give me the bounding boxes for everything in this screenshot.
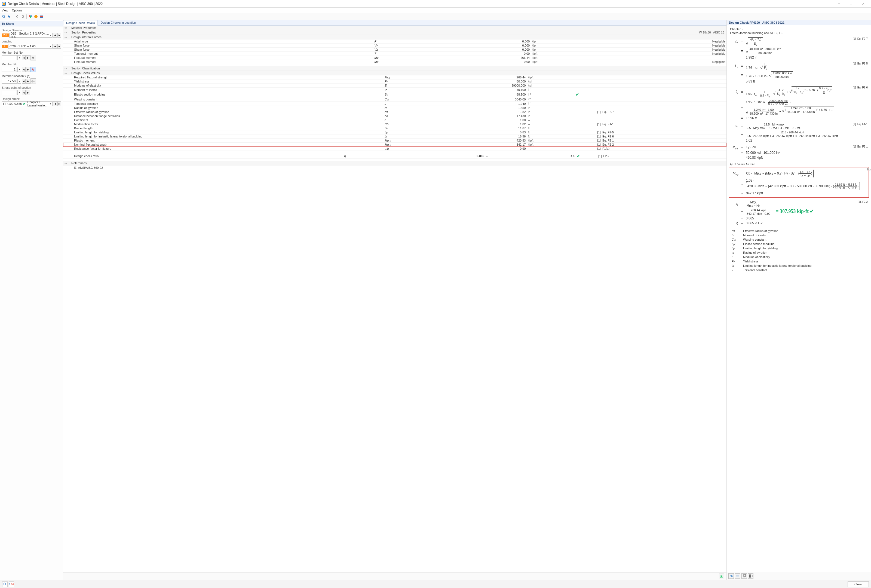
right-toolbar: ab ▾	[727, 572, 871, 580]
stress-point-input[interactable]	[1, 90, 17, 95]
svg-point-7	[3, 15, 4, 17]
copy-icon[interactable]	[741, 573, 747, 579]
memberset-pick-icon[interactable]	[30, 55, 36, 60]
maximize-button[interactable]	[845, 0, 857, 7]
stress-point-label: Stress point of section	[1, 86, 61, 89]
member-no-dropdown[interactable]: ▾	[17, 67, 21, 72]
loading-next-button[interactable]: ▶	[57, 44, 61, 49]
memberloc-mode-icon[interactable]: x|xd	[30, 78, 36, 84]
tab-design-check-details[interactable]: Design Check Details	[63, 20, 98, 25]
check-ok-icon: ✔	[23, 102, 26, 106]
member-no-label: Member No.	[1, 63, 61, 66]
memberloc-prev-button[interactable]: ◀	[22, 79, 25, 84]
colors-icon[interactable]	[28, 14, 33, 19]
status-units-icon[interactable]: 0,00	[9, 582, 14, 587]
loading-prev-button[interactable]: ◀	[53, 44, 57, 49]
ratio-table: Design check ratio η 0.865 -- ≤ 1 ✔ [1],…	[63, 154, 726, 159]
memberno-next-button[interactable]: ▶	[26, 67, 30, 72]
close-dialog-button[interactable]: Close	[848, 582, 869, 587]
close-button[interactable]	[857, 0, 870, 7]
menu-bar: View Options	[0, 7, 871, 13]
memberno-prev-button[interactable]: ◀	[22, 67, 25, 72]
stress-next-button[interactable]: ▶	[26, 90, 30, 95]
print-icon[interactable]: ▾	[748, 573, 753, 579]
toggle-list-icon[interactable]	[735, 573, 740, 579]
ds-prev-button[interactable]: ◀	[53, 33, 57, 37]
memberset-prev-button[interactable]: ◀	[22, 55, 25, 60]
design-situation-select[interactable]: DS2 - Section 2.3 (LRFD), 1. to 5.▾	[9, 33, 52, 37]
svg-rect-17	[40, 16, 43, 17]
collapse-icon[interactable]: ▭	[64, 72, 67, 74]
member-set-input[interactable]	[1, 55, 17, 60]
expand-icon[interactable]: ▭	[64, 26, 67, 29]
ds-next-button[interactable]: ▶	[57, 33, 61, 37]
tab-design-checks-in-location[interactable]: Design Checks in Location	[98, 20, 139, 25]
equation-lp: [1], Eq. F2-5 Lp= 1.76 · rz · EFy = 1.76…	[730, 62, 868, 83]
memberno-pick-icon[interactable]	[30, 67, 36, 72]
next-section-icon[interactable]	[20, 14, 25, 19]
main-toolbar: i	[0, 13, 871, 20]
member-set-dropdown[interactable]: ▾	[17, 55, 21, 60]
window-title: Design Check Details | Members | Steel D…	[7, 2, 833, 6]
stress-point-dropdown[interactable]: ▾	[17, 90, 21, 95]
group-design-check-values[interactable]: ▭ Design Check Values	[63, 71, 726, 75]
subtitle-label: Lateral-torsional buckling acc. to F2, F…	[730, 31, 868, 34]
toggle-symbols-icon[interactable]: ab	[728, 573, 734, 579]
svg-rect-29	[749, 576, 751, 578]
center-panel: Design Check Details Design Checks in Lo…	[63, 20, 727, 580]
svg-text:ab: ab	[730, 575, 733, 578]
menu-options[interactable]: Options	[12, 9, 22, 12]
loading-select[interactable]: CO6 - 1.20D + 1.60L▾	[8, 44, 52, 49]
symbol-glossary: rtsEffective radius of gyrationIzMoment …	[730, 228, 813, 272]
menu-view[interactable]: View	[1, 9, 8, 12]
equation-eta: [1], F2.2 η= Mr,yMn,y · Φb = 266.44 kipf…	[730, 200, 868, 225]
svg-point-13	[30, 16, 31, 18]
collapse-icon[interactable]: ▭	[64, 36, 67, 38]
chapter-label: Chapter F	[730, 27, 868, 31]
footer: 0,00 Close	[0, 580, 871, 588]
center-tabs: Design Check Details Design Checks in Lo…	[63, 20, 726, 25]
reference-item: [1] ANSI/AISC 360-22	[63, 166, 726, 170]
equation-cb: [1], Eq. F1-1 Cb= 12.5 · Mr,y,max2.5 · M…	[730, 123, 868, 142]
equation-lr: [1], Eq. F2-6 Lr= 1.95 · rts · E0.7 · Fy…	[730, 86, 868, 120]
svg-point-30	[3, 583, 6, 585]
member-set-label: Member Set No.	[1, 51, 61, 54]
member-no-input[interactable]	[1, 67, 17, 72]
member-loc-dropdown[interactable]: ▾	[17, 79, 21, 84]
group-section-properties[interactable]: ▭ Section Properties W 18x50 | AISC 16	[63, 30, 726, 35]
expand-icon[interactable]: ▭	[64, 31, 67, 34]
stress-prev-button[interactable]: ◀	[22, 90, 25, 95]
export-icon[interactable]	[719, 574, 724, 579]
memberset-next-button[interactable]: ▶	[26, 55, 30, 60]
svg-text:i: i	[36, 15, 36, 18]
zoom-icon[interactable]	[1, 14, 6, 19]
svg-rect-28	[749, 575, 751, 576]
equation-mny-highlighted: [1], Eq. F2-2 Mn,y= Cb · Mp,y − (Mp,y − …	[729, 167, 869, 197]
loading-badge: 2	[1, 45, 7, 48]
dc-prev-button[interactable]: ◀	[53, 101, 57, 106]
svg-line-31	[6, 585, 6, 585]
design-check-select[interactable]: FF4100 0.865 ✔ Chapter F | Lateral-torsi…	[1, 101, 52, 106]
svg-rect-25	[743, 575, 745, 577]
section-name: W 18x50 | AISC 16	[699, 31, 726, 34]
minimize-button[interactable]	[833, 0, 845, 7]
select-icon[interactable]	[7, 14, 12, 19]
design-situation-label: Design Situation	[1, 28, 61, 32]
group-references[interactable]: ▭ References	[63, 161, 726, 166]
collapse-icon[interactable]: ▭	[64, 162, 67, 165]
status-zoom-icon[interactable]	[2, 582, 7, 587]
member-location-input[interactable]	[1, 79, 17, 84]
settings-icon[interactable]	[39, 14, 43, 19]
svg-rect-18	[40, 17, 43, 18]
group-material-properties[interactable]: ▭ Material Properties	[63, 25, 726, 30]
title-bar: Design Check Details | Members | Steel D…	[0, 0, 871, 7]
dc-next-button[interactable]: ▶	[57, 101, 61, 106]
info-icon[interactable]: i	[34, 14, 38, 19]
group-section-classification[interactable]: ▭ Section Classification	[63, 66, 726, 71]
svg-rect-4	[850, 3, 852, 4]
prev-section-icon[interactable]	[15, 14, 19, 19]
memberloc-next-button[interactable]: ▶	[26, 79, 30, 84]
expand-icon[interactable]: ▭	[64, 67, 67, 70]
group-design-internal-forces[interactable]: ▭ Design Internal Forces	[63, 35, 726, 39]
design-values-table: Required flexural strengthMr,y266.44kipf…	[63, 75, 726, 151]
